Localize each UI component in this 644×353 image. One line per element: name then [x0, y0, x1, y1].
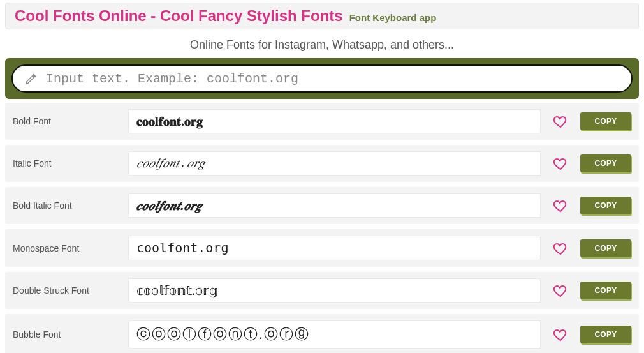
font-label: Bubble Font — [13, 329, 124, 340]
heart-icon — [553, 114, 568, 129]
font-output[interactable]: 𝐜𝐨𝐨𝐥𝐟𝐨𝐧𝐭.𝐨𝐫𝐠 — [128, 109, 541, 133]
heart-icon — [553, 283, 568, 298]
font-row: Bold Italic Font𝒄𝒐𝒐𝒍𝒇𝒐𝒏𝒕.𝒐𝒓𝒈COPY — [5, 187, 639, 224]
main-text-input[interactable] — [46, 71, 620, 86]
font-label: Monospace Font — [13, 243, 124, 253]
font-label: Bold Italic Font — [13, 200, 124, 211]
copy-button[interactable]: COPY — [580, 112, 631, 130]
font-row: Monospace Font𝚌𝚘𝚘𝚕𝚏𝚘𝚗𝚝.𝚘𝚛𝚐COPY — [5, 229, 639, 267]
font-row: Bold Font𝐜𝐨𝐨𝐥𝐟𝐨𝐧𝐭.𝐨𝐫𝐠COPY — [5, 103, 639, 140]
tagline: Online Fonts for Instagram, Whatsapp, an… — [0, 29, 644, 58]
heart-icon — [553, 241, 568, 256]
font-output[interactable]: 𝒄𝒐𝒐𝒍𝒇𝒐𝒏𝒕.𝒐𝒓𝒈 — [128, 193, 541, 218]
font-row: Bubble Fontⓒⓞⓞⓛⓕⓞⓝⓣ.ⓞⓡⓖCOPY — [5, 314, 639, 353]
pencil-icon — [24, 71, 38, 86]
font-output[interactable]: 𝕔𝕠𝕠𝕝𝕗𝕠𝕟𝕥.𝕠𝕣𝕘 — [128, 278, 541, 303]
copy-button[interactable]: COPY — [580, 326, 631, 343]
favorite-button[interactable] — [545, 114, 576, 129]
input-inner — [11, 64, 633, 93]
input-container — [5, 58, 639, 99]
page-title: Cool Fonts Online - Cool Fancy Stylish F… — [15, 7, 343, 25]
font-label: Double Struck Font — [13, 285, 124, 296]
font-label: Italic Font — [13, 158, 124, 169]
favorite-button[interactable] — [545, 241, 576, 256]
favorite-button[interactable] — [545, 198, 576, 213]
copy-button[interactable]: COPY — [580, 239, 631, 257]
favorite-button[interactable] — [545, 327, 576, 342]
copy-button[interactable]: COPY — [580, 197, 631, 214]
header-bar: Cool Fonts Online - Cool Fancy Stylish F… — [5, 3, 639, 29]
font-row: Double Struck Font𝕔𝕠𝕠𝕝𝕗𝕠𝕟𝕥.𝕠𝕣𝕘COPY — [5, 272, 639, 309]
copy-button[interactable]: COPY — [580, 154, 631, 172]
favorite-button[interactable] — [545, 283, 576, 298]
heart-icon — [553, 156, 568, 171]
font-output[interactable]: 𝑐𝑜𝑜𝑙𝑓𝑜𝑛𝑡.𝑜𝑟𝑔 — [128, 151, 541, 176]
font-output[interactable]: ⓒⓞⓞⓛⓕⓞⓝⓣ.ⓞⓡⓖ — [128, 320, 541, 349]
font-row: Italic Font𝑐𝑜𝑜𝑙𝑓𝑜𝑛𝑡.𝑜𝑟𝑔COPY — [5, 145, 639, 182]
font-label: Bold Font — [13, 116, 124, 126]
app-link[interactable]: Font Keyboard app — [349, 12, 437, 23]
font-output[interactable]: 𝚌𝚘𝚘𝚕𝚏𝚘𝚗𝚝.𝚘𝚛𝚐 — [128, 236, 541, 260]
favorite-button[interactable] — [545, 156, 576, 171]
copy-button[interactable]: COPY — [580, 282, 631, 299]
heart-icon — [553, 327, 568, 342]
heart-icon — [553, 198, 568, 213]
font-list: Bold Font𝐜𝐨𝐨𝐥𝐟𝐨𝐧𝐭.𝐨𝐫𝐠COPYItalic Font𝑐𝑜𝑜𝑙… — [5, 103, 639, 353]
